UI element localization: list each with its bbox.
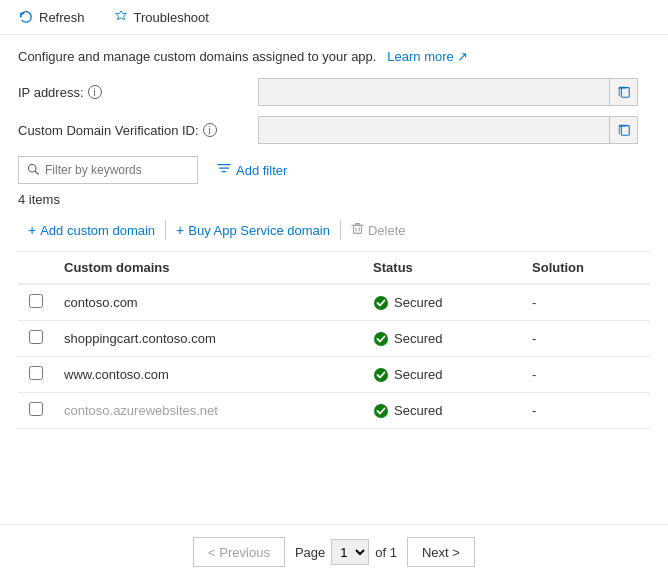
solution-cell: - [522, 284, 650, 321]
refresh-label: Refresh [39, 10, 85, 25]
ip-address-input[interactable] [259, 85, 609, 100]
custom-domain-id-row: Custom Domain Verification ID: i [18, 116, 650, 144]
column-status: Status [363, 252, 522, 284]
ip-address-label: IP address: i [18, 85, 258, 100]
solution-text: - [532, 403, 536, 418]
of-label: of 1 [375, 545, 397, 560]
row-checkbox-cell [18, 284, 54, 321]
status-cell: Secured [363, 393, 522, 429]
learn-more-link[interactable]: Learn more ↗ [384, 49, 469, 64]
copy-icon-2 [617, 123, 631, 137]
status-text: Secured [394, 331, 442, 346]
row-checkbox[interactable] [29, 330, 43, 344]
troubleshoot-button[interactable]: Troubleshoot [107, 6, 215, 28]
status-cell: Secured [363, 357, 522, 393]
toolbar: Refresh Troubleshoot [0, 0, 668, 35]
delete-icon [351, 222, 364, 238]
filter-icon [217, 162, 231, 179]
domain-cell: www.contoso.com [54, 357, 363, 393]
custom-domain-copy-button[interactable] [609, 116, 637, 144]
page-info: Page 1 of 1 [295, 539, 397, 565]
svg-point-13 [374, 368, 388, 382]
row-checkbox-cell [18, 393, 54, 429]
secured-icon [373, 403, 389, 419]
solution-cell: - [522, 357, 650, 393]
row-checkbox-cell [18, 357, 54, 393]
description-text: Configure and manage custom domains assi… [18, 49, 376, 64]
domain-text: contoso.azurewebsites.net [64, 403, 218, 418]
row-checkbox[interactable] [29, 402, 43, 416]
status-cell: Secured [363, 321, 522, 357]
row-checkbox[interactable] [29, 366, 43, 380]
domain-cell: contoso.com [54, 284, 363, 321]
copy-icon [617, 85, 631, 99]
page-select[interactable]: 1 [331, 539, 369, 565]
add-filter-button[interactable]: Add filter [208, 156, 296, 184]
pagination: < Previous Page 1 of 1 Next > [0, 524, 668, 579]
domain-text: contoso.com [64, 295, 138, 310]
domain-cell: contoso.azurewebsites.net [54, 393, 363, 429]
svg-rect-4 [353, 225, 361, 233]
table-row: contoso.com Secured - [18, 284, 650, 321]
secured-icon [373, 367, 389, 383]
solution-text: - [532, 367, 536, 382]
main-content: Configure and manage custom domains assi… [0, 35, 668, 443]
solution-text: - [532, 295, 536, 310]
previous-button[interactable]: < Previous [193, 537, 285, 567]
svg-rect-0 [621, 88, 629, 98]
action-bar: + Add custom domain + Buy App Service do… [18, 217, 650, 252]
items-count: 4 items [18, 192, 650, 207]
svg-point-14 [374, 404, 388, 418]
external-link-icon: ↗ [457, 49, 468, 64]
svg-point-11 [374, 296, 388, 310]
custom-domain-id-label: Custom Domain Verification ID: i [18, 123, 258, 138]
secured-icon [373, 331, 389, 347]
solution-cell: - [522, 321, 650, 357]
custom-domain-id-input-wrap [258, 116, 638, 144]
troubleshoot-icon [113, 9, 129, 25]
filter-row: Add filter [18, 156, 650, 184]
filter-input[interactable] [45, 163, 175, 177]
domain-text: shoppingcart.contoso.com [64, 331, 216, 346]
row-checkbox[interactable] [29, 294, 43, 308]
search-box[interactable] [18, 156, 198, 184]
checkbox-header [18, 252, 54, 284]
search-icon [27, 163, 39, 178]
status-text: Secured [394, 403, 442, 418]
column-solution: Solution [522, 252, 650, 284]
plus-icon-2: + [176, 223, 184, 237]
row-checkbox-cell [18, 321, 54, 357]
ip-info-icon: i [88, 85, 102, 99]
svg-line-3 [35, 171, 38, 174]
solution-cell: - [522, 393, 650, 429]
refresh-icon [18, 9, 34, 25]
domain-text: www.contoso.com [64, 367, 169, 382]
page-label: Page [295, 545, 325, 560]
next-button[interactable]: Next > [407, 537, 475, 567]
refresh-button[interactable]: Refresh [12, 6, 91, 28]
column-custom-domains: Custom domains [54, 252, 363, 284]
table-row: shoppingcart.contoso.com Secured - [18, 321, 650, 357]
plus-icon-1: + [28, 223, 36, 237]
add-custom-domain-button[interactable]: + Add custom domain [18, 218, 165, 243]
ip-address-input-wrap [258, 78, 638, 106]
svg-point-12 [374, 332, 388, 346]
secured-icon [373, 295, 389, 311]
table-header-row: Custom domains Status Solution [18, 252, 650, 284]
domains-table: Custom domains Status Solution contoso.c… [18, 252, 650, 429]
table-row: www.contoso.com Secured - [18, 357, 650, 393]
status-text: Secured [394, 367, 442, 382]
delete-button[interactable]: Delete [341, 217, 416, 243]
status-text: Secured [394, 295, 442, 310]
table-row: contoso.azurewebsites.net Secured - [18, 393, 650, 429]
domain-cell: shoppingcart.contoso.com [54, 321, 363, 357]
buy-app-service-button[interactable]: + Buy App Service domain [166, 218, 340, 243]
solution-text: - [532, 331, 536, 346]
description-row: Configure and manage custom domains assi… [18, 49, 650, 64]
custom-domain-id-input[interactable] [259, 123, 609, 138]
status-cell: Secured [363, 284, 522, 321]
custom-domain-info-icon: i [203, 123, 217, 137]
ip-copy-button[interactable] [609, 78, 637, 106]
ip-address-row: IP address: i [18, 78, 650, 106]
svg-rect-1 [621, 126, 629, 136]
